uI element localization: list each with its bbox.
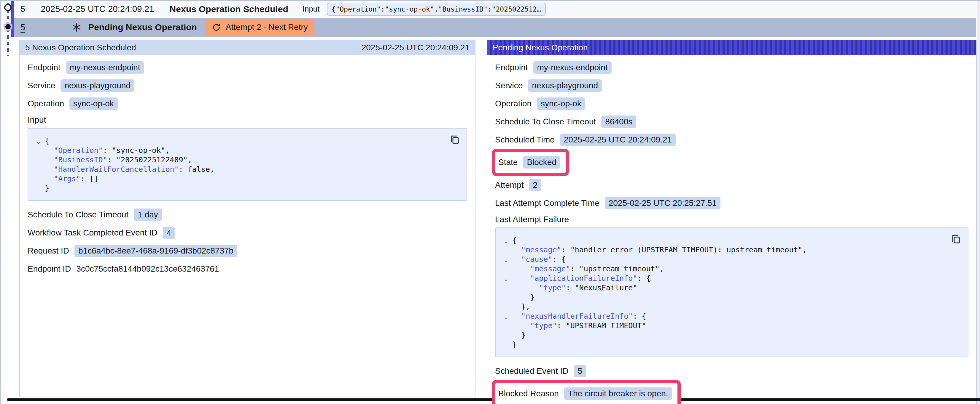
code-line: } xyxy=(500,331,960,340)
failure-section-label: Last Attempt Failure xyxy=(495,212,969,227)
failure-json-block: ⌄{ "message": "handler error (UPSTREAM_T… xyxy=(495,228,969,357)
field-value-link[interactable]: 3c0c75ccfa8144b092c13ce632463761 xyxy=(76,264,219,274)
retry-icon xyxy=(212,23,221,32)
field-row-state: StateBlocked xyxy=(498,152,560,172)
field-row-workflow-task-completed-event-id: Workflow Task Completed Event ID4 xyxy=(28,223,467,242)
event-title: Nexus Operation Scheduled xyxy=(170,4,288,14)
retry-badge-label: Attempt 2 · Next Retry xyxy=(226,22,308,32)
scheduled-event-fields-bottom: Schedule To Close Timeout1 dayWorkflow T… xyxy=(28,206,467,278)
field-value-chip: my-nexus-endpoint xyxy=(533,61,612,74)
field-value-chip: The circuit breaker is open. xyxy=(564,387,672,400)
code-text: "type": "UPSTREAM_TIMEOUT" xyxy=(512,321,646,331)
chevron-gutter xyxy=(32,146,45,156)
field-value-chip: 2 xyxy=(529,179,541,191)
copy-icon[interactable] xyxy=(951,234,961,245)
field-row-blocked-reason: Blocked ReasonThe circuit breaker is ope… xyxy=(498,384,672,403)
chevron-gutter xyxy=(500,322,512,331)
scheduled-event-fields: Endpointmy-nexus-endpointServicenexus-pl… xyxy=(28,59,467,112)
field-row-endpoint: Endpointmy-nexus-endpoint xyxy=(28,59,467,76)
code-text: "Operation": "sync-op-ok", xyxy=(45,146,170,155)
pending-event-id-link[interactable]: 5 xyxy=(21,22,25,32)
field-value-chip: 2025-02-25 UTC 20:24:09.21 xyxy=(560,133,676,146)
field-value-chip: sync-op-ok xyxy=(69,97,118,110)
event-history-view: 5 2025-02-25 UTC 20:24:09.21 Nexus Opera… xyxy=(0,0,980,404)
field-label: Service xyxy=(28,81,55,90)
code-line: "Args": [] xyxy=(32,174,459,184)
field-label: Scheduled Time xyxy=(495,135,555,144)
timeline-current-node-icon[interactable] xyxy=(3,22,13,31)
field-label: Scheduled Event ID xyxy=(495,366,569,376)
collapse-chevron-icon[interactable]: ⌄ xyxy=(500,255,512,265)
code-text: }, xyxy=(512,302,530,312)
annotation-highlight-state: StateBlocked xyxy=(492,149,569,176)
field-value-chip: nexus-playground xyxy=(528,79,602,92)
field-label: Schedule To Close Timeout xyxy=(28,210,129,219)
field-label: Endpoint xyxy=(495,63,528,72)
event-input-preview-chip[interactable]: {"Operation":"sync-op-ok","BusinessID":"… xyxy=(327,3,546,16)
collapse-chevron-icon[interactable]: ⌄ xyxy=(500,236,512,246)
collapse-chevron-icon[interactable]: ⌄ xyxy=(500,312,512,322)
chevron-gutter xyxy=(500,293,512,303)
pending-operation-row[interactable]: 5 Pending Nexus Operation Attempt 2 · Ne… xyxy=(14,18,976,37)
code-line: "HandlerWaitForCancellation": false, xyxy=(32,165,459,174)
code-line: ⌄{ xyxy=(32,136,459,146)
field-value-chip: 5 xyxy=(574,365,586,377)
scrollbar-gutter[interactable] xyxy=(977,1,980,404)
code-text: "nexusHandlerFailureInfo": { xyxy=(512,312,646,321)
code-line: ⌄ "applicationFailureInfo": { xyxy=(500,274,960,283)
field-row-schedule-to-close-timeout: Schedule To Close Timeout86400s xyxy=(495,112,969,131)
field-row-scheduled-time: Scheduled Time2025-02-25 UTC 20:24:09.21 xyxy=(495,131,969,149)
chevron-gutter xyxy=(500,303,512,312)
chevron-gutter xyxy=(500,284,512,293)
field-row-operation: Operationsync-op-ok xyxy=(28,95,467,112)
field-row-endpoint: Endpointmy-nexus-endpoint xyxy=(495,59,969,76)
field-row-operation: Operationsync-op-ok xyxy=(495,95,969,112)
event-id-link[interactable]: 5 xyxy=(21,4,25,14)
field-value-chip: Blocked xyxy=(523,156,560,168)
event-timestamp: 2025-02-25 UTC 20:24:09.21 xyxy=(41,4,154,14)
code-text: "message": "handler error (UPSTREAM_TIME… xyxy=(512,245,807,255)
scheduled-event-panel-timestamp: 2025-02-25 UTC 20:24:09.21 xyxy=(361,43,469,52)
retry-badge[interactable]: Attempt 2 · Next Retry xyxy=(205,20,314,35)
collapse-chevron-icon[interactable]: ⌄ xyxy=(500,274,512,284)
field-label: Operation xyxy=(495,99,531,108)
scheduled-event-panel: 5 Nexus Operation Scheduled 2025-02-25 U… xyxy=(19,40,476,397)
code-line: } xyxy=(500,340,960,350)
timeline-open-node-icon[interactable] xyxy=(4,4,11,11)
field-value-chip: sync-op-ok xyxy=(537,97,585,110)
code-line: "message": "handler error (UPSTREAM_TIME… xyxy=(500,245,960,255)
code-line: } xyxy=(32,184,459,193)
code-line: "BusinessID": "20250225122409", xyxy=(32,155,459,165)
field-value-chip: 2025-02-25 UTC 20:25:27.51 xyxy=(605,197,721,209)
chevron-gutter xyxy=(500,331,512,341)
field-label: Blocked Reason xyxy=(498,389,559,398)
code-text: "applicationFailureInfo": { xyxy=(512,274,651,283)
code-text: "Args": [] xyxy=(45,174,99,184)
code-text: } xyxy=(512,340,517,350)
field-value-chip: nexus-playground xyxy=(60,79,134,92)
pending-panel-title: Pending Nexus Operation xyxy=(493,43,588,52)
scheduled-event-panel-title: 5 Nexus Operation Scheduled xyxy=(25,43,136,52)
pending-panel-header: Pending Nexus Operation xyxy=(487,40,976,55)
field-value-chip: 1 day xyxy=(134,209,162,221)
scheduled-event-panel-header: 5 Nexus Operation Scheduled 2025-02-25 U… xyxy=(20,40,475,55)
field-label: Last Attempt Complete Time xyxy=(495,198,600,208)
input-json-block: ⌄{ "Operation": "sync-op-ok", "BusinessI… xyxy=(28,128,467,201)
field-row-attempt: Attempt2 xyxy=(495,176,969,194)
field-row-scheduled-event-id: Scheduled Event ID5 xyxy=(495,362,969,380)
code-line: ⌄{ xyxy=(500,236,960,245)
annotation-highlight-blocked-reason: Blocked ReasonThe circuit breaker is ope… xyxy=(492,380,681,404)
field-row-schedule-to-close-timeout: Schedule To Close Timeout1 day xyxy=(28,206,467,223)
pending-title: Pending Nexus Operation xyxy=(88,22,197,32)
code-text: } xyxy=(512,331,526,340)
collapse-chevron-icon[interactable]: ⌄ xyxy=(32,137,45,146)
field-value-chip: 4 xyxy=(163,227,175,239)
code-line: ⌄ "nexusHandlerFailureInfo": { xyxy=(500,312,960,321)
copy-icon[interactable] xyxy=(449,135,460,145)
code-line: "message": "upstream timeout", xyxy=(500,264,960,274)
code-text: { xyxy=(45,136,49,146)
event-row-scheduled[interactable]: 5 2025-02-25 UTC 20:24:09.21 Nexus Opera… xyxy=(14,1,976,17)
field-row-service: Servicenexus-playground xyxy=(495,76,969,95)
field-label: Schedule To Close Timeout xyxy=(495,117,596,127)
chevron-gutter xyxy=(32,184,45,194)
